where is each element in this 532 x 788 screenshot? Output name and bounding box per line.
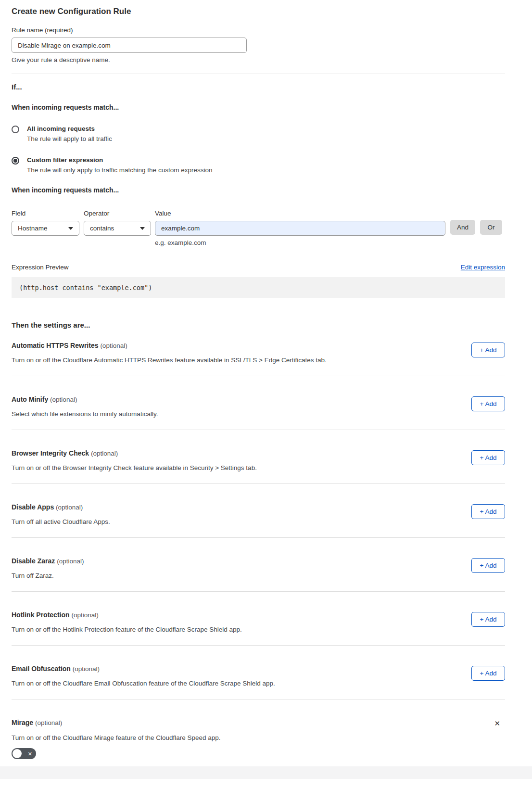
toggle-knob bbox=[13, 749, 22, 758]
field-select[interactable]: Hostname bbox=[12, 221, 79, 236]
and-button[interactable]: And bbox=[450, 220, 475, 235]
operator-label: Operator bbox=[84, 210, 151, 217]
toggle-off-icon: ✕ bbox=[28, 751, 32, 756]
then-settings-heading: Then the settings are... bbox=[12, 321, 505, 329]
rule-name-group: Rule name (required) Give your rule a de… bbox=[12, 26, 505, 64]
chevron-down-icon bbox=[68, 227, 73, 230]
value-input[interactable] bbox=[155, 221, 445, 236]
add-disable-apps-button[interactable]: + Add bbox=[471, 504, 505, 519]
setting-row-mirage: Mirage (optional) ✕ Turn on or off the C… bbox=[12, 699, 505, 761]
optional-label: (optional) bbox=[57, 558, 84, 565]
add-disable-zaraz-button[interactable]: + Add bbox=[471, 558, 505, 573]
radio-description: The rule will apply to all traffic bbox=[27, 135, 112, 142]
setting-row-hotlink-protection: Hotlink Protection (optional) Turn on or… bbox=[12, 592, 505, 646]
radio-selected-icon bbox=[12, 157, 19, 165]
setting-title: Browser Integrity Check bbox=[12, 449, 89, 457]
operator-select-value: contains bbox=[90, 225, 114, 232]
optional-label: (optional) bbox=[91, 450, 118, 457]
optional-label: (optional) bbox=[35, 719, 62, 726]
section-divider bbox=[12, 74, 505, 74]
or-button[interactable]: Or bbox=[480, 220, 502, 235]
expression-builder-heading: When incoming requests match... bbox=[12, 186, 505, 194]
setting-description: Turn on or off the Cloudflare Email Obfu… bbox=[12, 680, 275, 687]
radio-all-incoming-requests[interactable]: All incoming requests The rule will appl… bbox=[12, 125, 505, 142]
optional-label: (optional) bbox=[100, 342, 127, 349]
setting-description: Select which file extensions to minify a… bbox=[12, 410, 158, 418]
configuration-rule-form: Create new Configuration Rule Rule name … bbox=[0, 0, 532, 761]
setting-row-automatic-https-rewrites: Automatic HTTPS Rewrites (optional) Turn… bbox=[12, 329, 505, 376]
setting-title: Mirage bbox=[12, 719, 33, 726]
page-bottom-strip bbox=[0, 766, 532, 779]
field-label: Field bbox=[12, 210, 79, 217]
setting-row-disable-apps: Disable Apps (optional) Turn off all act… bbox=[12, 484, 505, 538]
page-title: Create new Configuration Rule bbox=[12, 7, 505, 16]
setting-description: Turn on or off the Cloudflare Automatic … bbox=[12, 356, 327, 364]
rule-name-helper: Give your rule a descriptive name. bbox=[12, 56, 505, 64]
setting-description: Turn off all active Cloudflare Apps. bbox=[12, 518, 110, 525]
optional-label: (optional) bbox=[71, 611, 98, 619]
setting-description: Turn off Zaraz. bbox=[12, 572, 84, 579]
setting-title: Hotlink Protection bbox=[12, 611, 70, 619]
mirage-toggle[interactable]: ✕ bbox=[12, 748, 36, 759]
operator-select[interactable]: contains bbox=[84, 221, 151, 236]
close-icon[interactable]: ✕ bbox=[494, 720, 500, 727]
optional-label: (optional) bbox=[73, 665, 100, 673]
setting-description: Turn on or off the Cloudflare Mirage fea… bbox=[12, 734, 505, 741]
setting-row-disable-zaraz: Disable Zaraz (optional) Turn off Zaraz.… bbox=[12, 538, 505, 592]
edit-expression-link[interactable]: Edit expression bbox=[461, 264, 505, 271]
setting-title: Auto Minify bbox=[12, 395, 48, 403]
match-heading: When incoming requests match... bbox=[12, 103, 505, 111]
setting-row-browser-integrity-check: Browser Integrity Check (optional) Turn … bbox=[12, 430, 505, 484]
setting-row-email-obfuscation: Email Obfuscation (optional) Turn on or … bbox=[12, 646, 505, 699]
rule-name-input[interactable] bbox=[12, 38, 247, 53]
radio-description: The rule will only apply to traffic matc… bbox=[27, 166, 212, 174]
setting-title: Email Obfuscation bbox=[12, 665, 71, 673]
setting-description: Turn on or off the Hotlink Protection fe… bbox=[12, 626, 242, 633]
radio-label: Custom filter expression bbox=[27, 156, 212, 164]
field-select-value: Hostname bbox=[18, 225, 48, 232]
add-automatic-https-rewrites-button[interactable]: + Add bbox=[471, 343, 505, 357]
chevron-down-icon bbox=[140, 227, 145, 230]
value-label: Value bbox=[155, 210, 445, 217]
rule-name-label: Rule name (required) bbox=[12, 26, 505, 34]
radio-label: All incoming requests bbox=[27, 125, 112, 132]
add-email-obfuscation-button[interactable]: + Add bbox=[471, 666, 505, 681]
add-browser-integrity-check-button[interactable]: + Add bbox=[471, 450, 505, 465]
if-heading: If... bbox=[12, 83, 505, 91]
expression-preview-code: (http.host contains "example.com") bbox=[12, 277, 505, 298]
setting-title: Disable Zaraz bbox=[12, 557, 55, 565]
value-helper: e.g. example.com bbox=[155, 239, 445, 246]
expression-builder-row: Field Hostname Operator contains Value e… bbox=[12, 210, 505, 246]
setting-title: Automatic HTTPS Rewrites bbox=[12, 342, 98, 349]
add-auto-minify-button[interactable]: + Add bbox=[471, 396, 505, 411]
setting-title: Disable Apps bbox=[12, 503, 54, 511]
optional-label: (optional) bbox=[56, 504, 83, 511]
optional-label: (optional) bbox=[50, 396, 77, 403]
radio-icon bbox=[12, 126, 19, 133]
radio-custom-filter-expression[interactable]: Custom filter expression The rule will o… bbox=[12, 156, 505, 174]
expression-preview-label: Expression Preview bbox=[12, 264, 69, 271]
setting-description: Turn on or off the Browser Integrity Che… bbox=[12, 464, 257, 471]
add-hotlink-protection-button[interactable]: + Add bbox=[471, 612, 505, 627]
setting-row-auto-minify: Auto Minify (optional) Select which file… bbox=[12, 376, 505, 430]
